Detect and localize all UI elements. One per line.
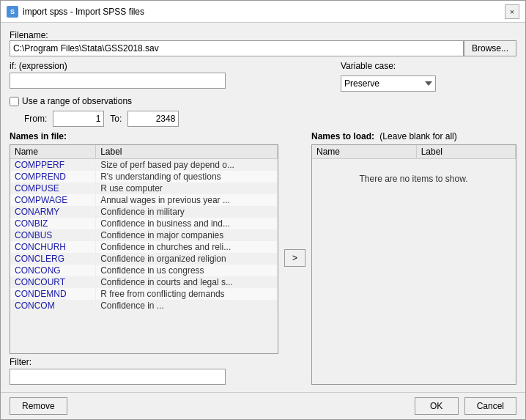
load-table-inner[interactable]: Name Label There are no items to show. [312,145,516,384]
app-icon: S [7,6,18,18]
names-in-file-label: Names in file: [10,131,278,141]
table-row[interactable]: CONCOMConfidence in ... [10,300,277,312]
import-spss-dialog: S import spss - Import SPSS files × File… [0,0,526,420]
filter-label: Filter: [10,357,278,367]
table-row[interactable]: CONARMYConfidence in military [10,206,277,218]
left-column: if: (expression) Use a range of observat… [10,61,326,127]
table-row[interactable]: CONCLERGConfidence in organized religion [10,253,277,265]
close-button[interactable]: × [505,4,519,19]
names-to-load-section: Names to load: (Leave blank for all) Nam… [311,131,516,385]
load-label-col-header: Label [416,145,515,159]
filter-input[interactable] [10,369,226,385]
table-row[interactable]: COMPRENDR's understanding of questions [10,171,277,183]
load-name-col-header: Name [312,145,416,159]
dialog-title: import spss - Import SPSS files [23,7,144,17]
remove-button[interactable]: Remove [10,397,67,415]
table-row[interactable]: CONCONGConfidence in us congress [10,265,277,276]
if-input[interactable] [10,73,226,89]
table-row[interactable]: CONCOURTConfidence in courts and legal s… [10,276,277,288]
title-bar-left: S import spss - Import SPSS files [7,6,144,18]
filename-section: Filename: Browse... [10,30,516,56]
right-column: Variable case: Preserve Lowercase Upperc… [341,61,516,92]
variable-case-select[interactable]: Preserve Lowercase Uppercase [341,75,436,92]
browse-button[interactable]: Browse... [464,40,516,56]
variable-case-label: Variable case: [341,61,516,71]
to-label: To: [110,114,122,124]
load-table-wrapper: Name Label There are no items to show. [311,144,516,385]
title-bar: S import spss - Import SPSS files × [1,1,525,23]
names-table: Name Label COMPPERFSize of perf based pa… [10,145,278,312]
filename-label: Filename: [10,30,48,40]
range-checkbox[interactable] [10,97,19,106]
from-to-row: From: To: [24,111,326,127]
table-row[interactable]: CONCHURHConfidence in churches and reli.… [10,241,277,253]
move-column: > [284,131,305,385]
table-row[interactable]: CONDEMNDR free from conflicting demands [10,288,277,300]
range-label: Use a range of observations [22,96,132,106]
from-input[interactable] [53,111,104,127]
load-label-row: Names to load: (Leave blank for all) [311,131,516,141]
table-row[interactable]: COMPUSER use computer [10,183,277,194]
names-table-inner[interactable]: Name Label COMPPERFSize of perf based pa… [10,145,278,353]
if-label: if: (expression) [10,61,326,71]
table-row[interactable]: COMPPERFSize of perf based pay depend o.… [10,159,277,172]
names-to-load-label: Names to load: (Leave blank for all) [311,131,457,141]
no-items-message: There are no items to show. [312,159,516,199]
filter-section: Filter: [10,357,278,385]
bottom-left: Remove [10,397,67,415]
names-table-wrapper: Name Label COMPPERFSize of perf based pa… [10,144,278,354]
to-input[interactable] [127,111,179,127]
table-row[interactable]: CONBUSConfidence in major companies [10,229,277,241]
names-to-load-hint: (Leave blank for all) [379,131,456,141]
name-col-header: Name [10,145,96,159]
filename-input[interactable] [10,40,464,56]
main-section: Names in file: Name Label COMPPERFSize [10,131,516,385]
cancel-button[interactable]: Cancel [464,397,516,415]
from-label: From: [24,114,47,124]
if-section: if: (expression) [10,61,326,89]
range-checkbox-row: Use a range of observations [10,96,326,106]
names-in-file-section: Names in file: Name Label COMPPERFSize [10,131,278,385]
table-row[interactable]: CONBIZConfidence in business and ind... [10,218,277,229]
dialog-content: Filename: Browse... if: (expression) Use… [1,23,525,392]
table-row[interactable]: COMPWAGEAnnual wages in previous year ..… [10,194,277,206]
bottom-bar: Remove OK Cancel [1,392,525,419]
filename-row: Browse... [10,40,516,56]
top-section: if: (expression) Use a range of observat… [10,61,516,127]
ok-button[interactable]: OK [415,397,459,415]
bottom-right: OK Cancel [415,397,516,415]
load-table: Name Label There are no items to show. [312,145,516,199]
empty-row: There are no items to show. [312,159,516,199]
label-col-header: Label [96,145,278,159]
move-button[interactable]: > [284,249,305,267]
